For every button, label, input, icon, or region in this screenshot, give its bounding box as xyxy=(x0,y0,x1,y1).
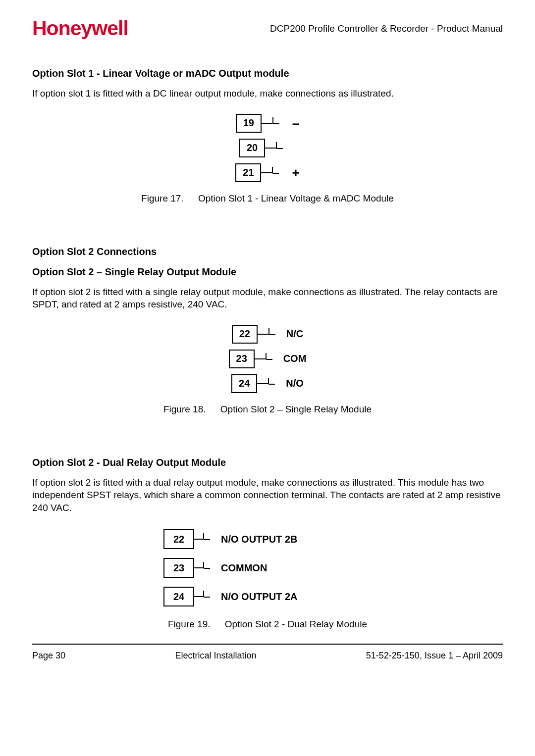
section-heading-slot1-linear: Option Slot 1 - Linear Voltage or mADC O… xyxy=(32,67,503,80)
connector-icon xyxy=(266,353,272,360)
terminal-label: N/O OUTPUT 2A xyxy=(221,590,297,604)
terminal-box: 23 xyxy=(229,350,255,368)
figure-number: Figure 18. xyxy=(163,404,206,414)
terminal-label: N/O OUTPUT 2B xyxy=(221,533,297,546)
figure-number: Figure 19. xyxy=(168,619,211,629)
figure-19-caption: Figure 19. Option Slot 2 - Dual Relay Mo… xyxy=(32,618,503,631)
terminal-box: 22 xyxy=(232,325,258,344)
wire-icon xyxy=(194,539,203,540)
terminal-box: 23 xyxy=(163,558,194,578)
page-header: Honeywell DCP200 Profile Controller & Re… xyxy=(32,15,503,42)
brand-logo: Honeywell xyxy=(32,15,128,42)
figure-title: Option Slot 2 – Single Relay Module xyxy=(220,404,372,414)
connector-icon xyxy=(203,533,210,540)
wire-icon xyxy=(257,383,268,384)
wire-icon xyxy=(258,334,268,335)
section-body-slot2-single-relay: If option slot 2 is fitted with a single… xyxy=(32,286,503,311)
terminal-label: + xyxy=(292,166,299,179)
terminal-label: N/C xyxy=(286,327,303,341)
terminal-label: – xyxy=(292,117,299,130)
connector-icon xyxy=(203,591,210,598)
footer-page-number: Page 30 xyxy=(32,650,65,661)
terminal-box: 24 xyxy=(231,374,257,393)
figure-19-diagram: 22 N/O OUTPUT 2B 23 COMMON 24 N/O OUTPUT… xyxy=(163,525,372,611)
footer-doc-reference: 51-52-25-150, Issue 1 – April 2009 xyxy=(366,650,503,661)
terminal-label: N/O xyxy=(286,377,304,390)
figure-title: Option Slot 2 - Dual Relay Module xyxy=(225,619,367,629)
figure-number: Figure 17. xyxy=(141,193,184,203)
wire-icon xyxy=(194,567,203,568)
connector-icon xyxy=(272,117,279,124)
section-body-slot2-dual-relay: If option slot 2 is fitted with a dual r… xyxy=(32,476,503,514)
page-footer: Page 30 Electrical Installation 51-52-25… xyxy=(32,645,503,661)
terminal-box: 22 xyxy=(163,529,194,549)
figure-17-caption: Figure 17. Option Slot 1 - Linear Voltag… xyxy=(32,192,503,205)
terminal-box: 21 xyxy=(235,163,261,182)
footer-section-name: Electrical Installation xyxy=(175,650,256,661)
figure-title: Option Slot 1 - Linear Voltage & mADC Mo… xyxy=(198,193,394,203)
terminal-label: COM xyxy=(283,352,307,365)
figure-18-caption: Figure 18. Option Slot 2 – Single Relay … xyxy=(32,403,503,416)
connector-icon xyxy=(268,378,275,385)
section-heading-slot2-dual-relay: Option Slot 2 - Dual Relay Output Module xyxy=(32,456,503,469)
figure-17-diagram: 19 – 20 21 + xyxy=(32,111,503,185)
terminal-label: COMMON xyxy=(221,561,267,575)
document-title: DCP200 Profile Controller & Recorder - P… xyxy=(270,22,503,35)
terminal-box: 24 xyxy=(163,587,194,606)
wire-icon xyxy=(262,123,272,124)
figure-18-diagram: 22 N/C 23 COM 24 N/O xyxy=(32,322,503,396)
connector-icon xyxy=(268,328,275,335)
wire-icon xyxy=(265,148,276,149)
terminal-box: 20 xyxy=(239,139,265,157)
connector-icon xyxy=(203,562,210,569)
section-body-slot1-linear: If option slot 1 is fitted with a DC lin… xyxy=(32,87,503,100)
connector-icon xyxy=(276,142,283,149)
wire-icon xyxy=(255,358,266,359)
section-heading-slot2-single-relay: Option Slot 2 – Single Relay Output Modu… xyxy=(32,265,503,279)
connector-icon xyxy=(272,167,279,174)
wire-icon xyxy=(194,596,203,597)
section-heading-slot2-connections: Option Slot 2 Connections xyxy=(32,245,503,258)
terminal-box: 19 xyxy=(236,114,262,133)
wire-icon xyxy=(261,172,272,173)
